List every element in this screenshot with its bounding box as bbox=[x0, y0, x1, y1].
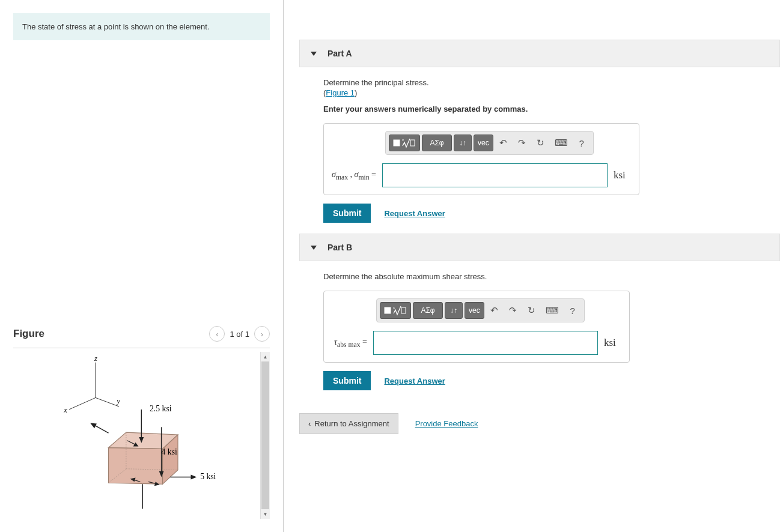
chevron-left-icon: ‹ bbox=[308, 419, 311, 428]
redo-button[interactable]: ↷ bbox=[514, 135, 531, 151]
chevron-down-icon bbox=[311, 52, 317, 56]
svg-rect-29 bbox=[401, 307, 406, 313]
stress-label-1: 2.5 ksi bbox=[150, 404, 172, 413]
part-a-answer-box: x ΑΣφ ↓↑ vec ↶ ↷ ↻ ⌨ ? σmax , σmin = ksi bbox=[323, 123, 639, 195]
axis-z-label: z bbox=[94, 354, 97, 363]
part-a-request-link[interactable]: Request Answer bbox=[384, 209, 445, 218]
part-b-answer-box: x ΑΣφ ↓↑ vec ↶ ↷ ↻ ⌨ ? τabs max = ksi bbox=[323, 291, 630, 363]
equation-toolbar-a: x ΑΣφ ↓↑ vec ↶ ↷ ↻ ⌨ ? bbox=[385, 131, 594, 155]
part-a-header[interactable]: Part A bbox=[299, 40, 780, 67]
left-panel: The state of stress at a point is shown … bbox=[0, 0, 284, 532]
figure-page-indicator: 1 of 1 bbox=[230, 330, 249, 339]
figure-next-button[interactable]: › bbox=[254, 326, 270, 342]
svg-marker-4 bbox=[109, 448, 163, 485]
svg-line-1 bbox=[69, 397, 96, 410]
part-b-title: Part B bbox=[328, 243, 352, 252]
part-b-instruction: Determine the absolute maximum shear str… bbox=[323, 272, 780, 281]
sort-button[interactable]: ↓↑ bbox=[454, 135, 472, 151]
stress-label-3: 5 ksi bbox=[200, 472, 216, 481]
part-b-body: Determine the absolute maximum shear str… bbox=[299, 261, 780, 390]
svg-rect-27 bbox=[385, 307, 391, 313]
equation-toolbar-b: x ΑΣφ ↓↑ vec ↶ ↷ ↻ ⌨ ? bbox=[376, 298, 585, 322]
svg-rect-24 bbox=[394, 140, 400, 146]
sort-button[interactable]: ↓↑ bbox=[445, 302, 463, 319]
figure-prev-button[interactable]: ‹ bbox=[209, 326, 225, 342]
part-a-body: Determine the principal stress. (Figure … bbox=[299, 67, 780, 223]
stress-cube bbox=[109, 432, 178, 484]
part-a-submit-button[interactable]: Submit bbox=[323, 204, 371, 223]
svg-line-2 bbox=[96, 397, 119, 407]
svg-text:x: x bbox=[402, 138, 404, 142]
scroll-thumb[interactable] bbox=[261, 361, 269, 509]
part-b-unit: ksi bbox=[604, 337, 622, 349]
scroll-down-icon[interactable]: ▼ bbox=[261, 509, 270, 519]
scroll-up-icon[interactable]: ▲ bbox=[261, 352, 270, 361]
figure-scrollbar[interactable]: ▲ ▼ bbox=[260, 352, 270, 519]
problem-statement: The state of stress at a point is shown … bbox=[13, 13, 270, 40]
figure-title: Figure bbox=[13, 328, 44, 340]
figure-link[interactable]: Figure 1 bbox=[326, 88, 355, 97]
undo-button[interactable]: ↶ bbox=[495, 135, 512, 151]
part-a-instruction: Determine the principal stress. bbox=[323, 78, 780, 87]
reset-button[interactable]: ↻ bbox=[523, 302, 540, 319]
part-b-submit-button[interactable]: Submit bbox=[323, 371, 371, 390]
stress-label-2: 4 ksi bbox=[162, 447, 177, 456]
svg-text:x: x bbox=[393, 306, 395, 309]
feedback-link[interactable]: Provide Feedback bbox=[415, 419, 478, 428]
return-button[interactable]: ‹ Return to Assignment bbox=[299, 413, 398, 434]
axis-y-label: y bbox=[115, 397, 120, 405]
chevron-down-icon bbox=[311, 246, 317, 250]
part-b-request-link[interactable]: Request Answer bbox=[384, 376, 445, 385]
part-b-header[interactable]: Part B bbox=[299, 234, 780, 261]
svg-rect-26 bbox=[410, 140, 415, 146]
keyboard-button[interactable]: ⌨ bbox=[551, 135, 571, 151]
part-a-answer-input[interactable] bbox=[382, 163, 608, 187]
undo-button[interactable]: ↶ bbox=[486, 302, 503, 319]
svg-marker-14 bbox=[191, 475, 197, 480]
part-b-answer-input[interactable] bbox=[373, 331, 598, 355]
vec-button[interactable]: vec bbox=[474, 135, 493, 151]
vec-button[interactable]: vec bbox=[465, 302, 484, 319]
greek-button[interactable]: ΑΣφ bbox=[422, 135, 452, 151]
figure-image: z x y bbox=[13, 352, 260, 519]
help-button[interactable]: ? bbox=[564, 302, 581, 319]
part-a-format: Enter your answers numerically separated… bbox=[323, 104, 780, 113]
return-label: Return to Assignment bbox=[314, 419, 389, 428]
reset-button[interactable]: ↻ bbox=[532, 135, 549, 151]
help-button[interactable]: ? bbox=[573, 135, 590, 151]
part-a-unit: ksi bbox=[614, 169, 632, 181]
axis-x-label: x bbox=[63, 406, 67, 414]
part-a-title: Part A bbox=[328, 49, 352, 58]
template-button[interactable]: x bbox=[389, 135, 420, 151]
keyboard-button[interactable]: ⌨ bbox=[542, 302, 562, 319]
part-a-var-label: σmax , σmin = bbox=[331, 170, 376, 181]
part-b-var-label: τabs max = bbox=[331, 337, 367, 349]
redo-button[interactable]: ↷ bbox=[505, 302, 522, 319]
template-button[interactable]: x bbox=[380, 302, 411, 319]
greek-button[interactable]: ΑΣφ bbox=[413, 302, 443, 319]
figure-section: Figure ‹ 1 of 1 › z x y bbox=[13, 326, 270, 519]
right-panel: Part A Determine the principal stress. (… bbox=[284, 0, 780, 532]
